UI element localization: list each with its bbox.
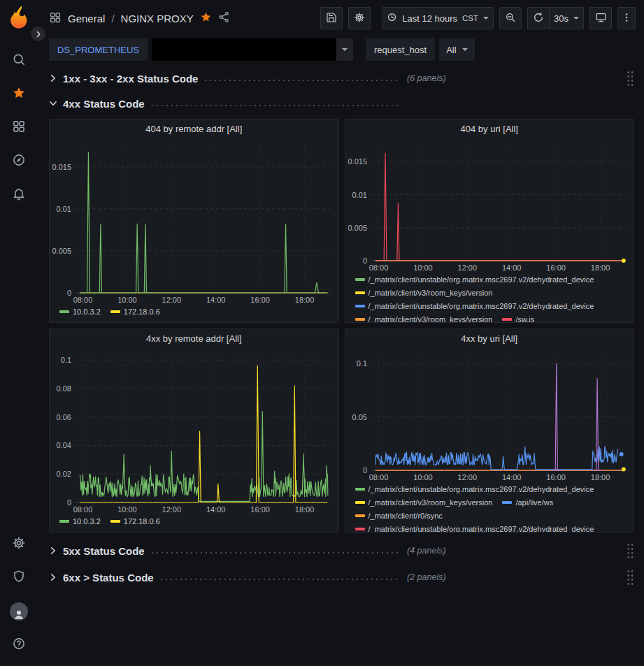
sidebar-toggle[interactable] [31, 27, 45, 41]
y-axis-label: 0.01 [352, 191, 366, 199]
legend-item[interactable]: /_matrix/client/r0/sync [355, 510, 443, 521]
legend-item[interactable]: /_matrix/client/unstable/org.matrix.msc2… [355, 484, 594, 495]
row-drag-handle[interactable] [627, 570, 634, 586]
row-title-group: 1xx - 3xx - 2xx Status Code [63, 73, 400, 85]
kebab-icon [621, 12, 632, 25]
series-line [80, 152, 328, 293]
x-axis-label: 10:00 [117, 505, 137, 514]
panel-title[interactable]: 404 by uri [All] [345, 120, 634, 138]
bell-icon [12, 187, 26, 203]
legend-label: /_matrix/client/unstable/org.matrix.msc2… [368, 274, 594, 285]
more-options-button[interactable] [617, 7, 636, 29]
legend-item[interactable]: 10.0.3.2 [59, 306, 101, 317]
legend-item[interactable]: /_matrix/client/unstable/org.matrix.msc2… [355, 274, 594, 285]
sidebar-item-help[interactable] [0, 628, 38, 662]
row-drag-handle[interactable] [627, 71, 634, 87]
legend-swatch [502, 318, 512, 321]
time-range-picker[interactable]: Last 12 hours CST [382, 7, 494, 29]
legend-item[interactable]: /api/live/ws [502, 497, 553, 508]
sidebar-item-search[interactable] [0, 44, 38, 78]
row-title: 6xx > Status Code [63, 572, 154, 584]
tv-mode-button[interactable] [589, 7, 612, 29]
legend-label: /sw.js [515, 314, 534, 322]
datasource-variable-label[interactable]: DS_PROMETHEUS [49, 38, 148, 61]
refresh-button[interactable] [527, 7, 550, 29]
row-4xx-status-code[interactable]: 4xx Status Code [49, 94, 634, 113]
legend-item[interactable]: /_matrix/client/v3/room_keys/version [355, 287, 493, 298]
zoom-out-icon [505, 12, 516, 25]
zoom-out-button[interactable] [499, 7, 522, 29]
row-6xx-status-code[interactable]: 6xx > Status Code (2 panels) [49, 567, 634, 587]
legend-swatch [355, 528, 365, 530]
series-line [80, 412, 328, 502]
row-1xx-3xx-2xx-status-code[interactable]: 1xx - 3xx - 2xx Status Code (6 panels) [49, 68, 634, 88]
chart-4xx-by-uri[interactable]: 08:0010:0012:0014:0016:0018:0000.050.1 [345, 347, 634, 483]
legend-label: /_matrix/client/v3/room_keys/version [368, 314, 493, 322]
breadcrumb-dashboard-title[interactable]: NGINX PROXY [121, 13, 194, 24]
sidebar-item-profile[interactable] [0, 595, 38, 628]
sidebar [0, 0, 38, 666]
legend-item[interactable]: /_matrix/client/unstable/org.matrix.msc2… [355, 301, 594, 312]
x-axis-label: 18:00 [295, 505, 315, 514]
sidebar-item-server-admin[interactable] [0, 561, 38, 595]
grafana-logo[interactable] [7, 5, 31, 33]
panel-title[interactable]: 404 by remote addr [All] [50, 120, 338, 138]
chart-404-by-uri[interactable]: 08:0010:0012:0014:0016:0018:0000.0050.01… [345, 138, 634, 273]
sidebar-item-explore[interactable] [0, 145, 38, 178]
dashboard-settings-button[interactable] [348, 7, 371, 29]
apps-grid-icon [12, 120, 26, 136]
y-axis-label: 0.1 [356, 359, 366, 368]
sidebar-item-dashboards[interactable] [0, 111, 38, 145]
y-axis-label: 0 [362, 466, 366, 475]
datasource-select[interactable] [152, 38, 353, 61]
panel-title[interactable]: 4xx by remote addr [All] [50, 329, 338, 347]
series-point [619, 452, 623, 456]
chart-404-by-remote-addr[interactable]: 08:0010:0012:0014:0016:0018:0000.0050.01… [50, 138, 338, 305]
legend-swatch [355, 291, 365, 294]
legend-item[interactable]: /_matrix/client/v3/room_keys/version [355, 314, 493, 322]
legend-swatch [502, 501, 512, 504]
sidebar-item-starred[interactable] [0, 78, 38, 111]
share-button[interactable] [218, 11, 230, 25]
breadcrumb-section[interactable]: General [68, 13, 105, 24]
panel-title[interactable]: 4xx by uri [All] [345, 329, 634, 347]
x-axis-label: 18:00 [590, 263, 610, 272]
refresh-interval-picker[interactable]: 30s [550, 7, 584, 29]
legend-item[interactable]: 10.0.3.2 [59, 516, 101, 527]
clock-icon [387, 12, 397, 24]
request-host-select[interactable]: All [439, 38, 474, 61]
panel-legend: /_matrix/client/unstable/org.matrix.msc2… [345, 273, 634, 322]
row-title-group: 5xx Status Code [63, 545, 400, 557]
request-host-variable-label: request_host [366, 38, 435, 61]
row-5xx-status-code[interactable]: 5xx Status Code (4 panels) [49, 541, 634, 560]
legend-item[interactable]: /_matrix/client/v3/room_keys/version [355, 497, 493, 508]
chevron-down-icon [462, 48, 468, 51]
row-panels-count: (2 panels) [407, 572, 446, 582]
star-filled-icon [200, 11, 212, 25]
legend-item[interactable]: /sw.js [502, 314, 534, 322]
legend-swatch [110, 520, 120, 523]
gear-icon [354, 12, 365, 25]
chart-canvas: 08:0010:0012:0014:0016:0018:0000.0050.01… [50, 138, 338, 305]
legend-item[interactable]: 172.18.0.6 [110, 516, 160, 527]
panel-legend: /_matrix/client/unstable/org.matrix.msc2… [345, 483, 634, 532]
y-axis-label: 0.02 [57, 470, 71, 478]
chart-4xx-by-remote-addr[interactable]: 08:0010:0012:0014:0016:0018:0000.020.040… [50, 347, 338, 515]
refresh-group: 30s [527, 7, 584, 29]
legend-item[interactable]: /_matrix/client/unstable/org.matrix.msc2… [355, 523, 594, 532]
y-axis-label: 0.01 [57, 205, 71, 213]
legend-item[interactable]: 172.18.0.6 [110, 306, 160, 317]
chevron-right-icon [35, 28, 42, 41]
dashboards-button[interactable] [49, 11, 62, 26]
chevron-right-icon [49, 74, 59, 82]
x-axis-label: 10:00 [413, 473, 433, 482]
favorite-button[interactable] [200, 11, 212, 25]
series-point [621, 259, 625, 263]
row-drag-handle[interactable] [627, 543, 634, 559]
save-dashboard-button[interactable] [320, 7, 343, 29]
sidebar-item-alerting[interactable] [0, 178, 38, 212]
time-range-label: Last 12 hours [402, 13, 457, 24]
panel-404-by-remote-addr: 404 by remote addr [All] 08:0010:0012:00… [49, 119, 339, 323]
search-icon [12, 52, 26, 69]
sidebar-item-configuration[interactable] [0, 528, 38, 561]
